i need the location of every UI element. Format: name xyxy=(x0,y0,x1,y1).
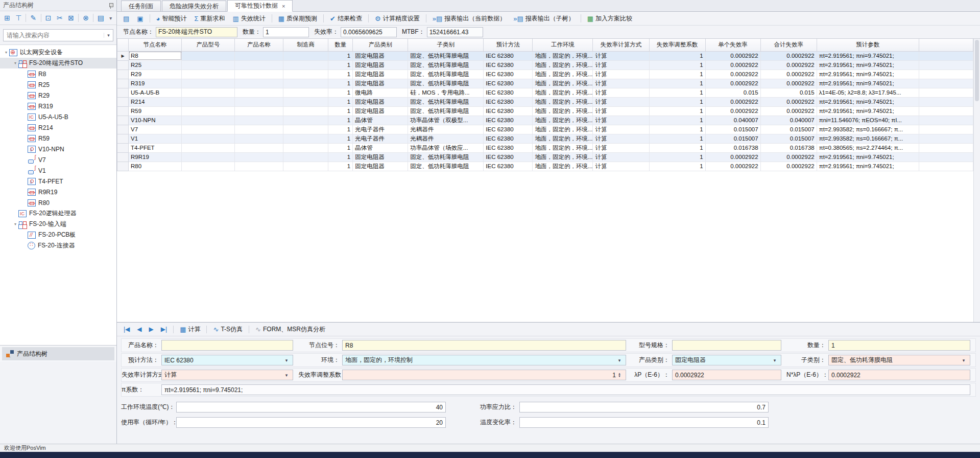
column-header[interactable]: 制造商 xyxy=(283,39,328,51)
table-cell[interactable]: 1 xyxy=(328,51,353,60)
table-cell[interactable]: πt=2.993582; πs=0.166667; π... xyxy=(817,134,919,143)
table-cell[interactable]: 固定电阻器 xyxy=(353,70,408,79)
precision-settings-button[interactable]: ⚙计算精度设置 xyxy=(372,13,423,24)
table-cell[interactable]: V7 xyxy=(129,125,182,134)
table-cell[interactable]: πt=2.993582; πs=0.166667; π... xyxy=(817,125,919,134)
table-cell[interactable]: 1 xyxy=(328,125,353,134)
cut-node-icon[interactable]: ✂ xyxy=(55,13,65,24)
tab-危险故障失效分析[interactable]: 危险故障失效分析 xyxy=(162,1,226,11)
dropdown-arrow-icon[interactable]: ▾ xyxy=(771,358,778,363)
table-cell[interactable]: 光耦器件 xyxy=(408,134,484,143)
table-cell[interactable]: 固定、低功耗薄膜电阻 xyxy=(408,60,484,70)
table-cell[interactable]: 1 xyxy=(328,143,353,152)
product-name-field[interactable] xyxy=(161,340,293,351)
predict-method-select[interactable]: IEC 62380▾ xyxy=(161,355,293,365)
table-cell[interactable]: πni=11.546076; πEOS=40; πI... xyxy=(817,116,919,125)
table-cell[interactable]: 计算 xyxy=(593,134,649,143)
table-cell[interactable] xyxy=(235,70,283,79)
column-header[interactable]: 预计方法 xyxy=(484,39,533,51)
table-cell[interactable]: 地面，固定的，环境... xyxy=(533,70,593,79)
table-cell[interactable]: R25 xyxy=(129,60,182,70)
table-cell[interactable]: 0.0002922 xyxy=(760,162,817,171)
table-cell[interactable]: 1 xyxy=(649,152,705,162)
table-cell[interactable] xyxy=(283,125,328,134)
table-row[interactable]: V71光电子器件光耦器件IEC 62380地面，固定的，环境...计算10.01… xyxy=(117,125,973,134)
table-cell[interactable]: 0.0002922 xyxy=(705,60,760,70)
table-cell[interactable] xyxy=(235,152,283,162)
table-cell[interactable]: πt=2.919561; πni=9.745021; xyxy=(817,97,919,106)
search-input[interactable] xyxy=(4,32,104,39)
table-cell[interactable]: IEC 62380 xyxy=(484,125,533,134)
tree-item-fs-20-连接器[interactable]: FS-20-连接器 xyxy=(0,240,116,251)
table-cell[interactable]: 计算 xyxy=(593,60,649,70)
report-output-current-button[interactable]: »▤报表输出（当前数据） xyxy=(429,13,509,24)
table-row[interactable]: V10-NPN1晶体管功率晶体管（双极型...IEC 62380地面，固定的，环… xyxy=(117,116,973,125)
table-cell[interactable]: R8 xyxy=(129,51,182,60)
table-cell[interactable]: 0.0002922 xyxy=(760,106,817,116)
dropdown-arrow-icon[interactable]: ▾ xyxy=(616,358,623,363)
table-cell[interactable]: 1 xyxy=(649,125,705,134)
table-row[interactable]: R251固定电阻器固定、低功耗薄膜电阻IEC 62380地面，固定的，环境...… xyxy=(117,60,973,70)
column-header[interactable] xyxy=(117,39,129,51)
table-cell[interactable]: 硅，MOS，专用电路... xyxy=(408,88,484,97)
table-cell[interactable]: 0.015 xyxy=(705,88,760,97)
table-row[interactable]: R9R191固定电阻器固定、低功耗薄膜电阻IEC 62380地面，固定的，环境.… xyxy=(117,152,973,162)
tree-item-v7[interactable]: V7 xyxy=(0,154,116,165)
table-cell[interactable]: 固定电阻器 xyxy=(353,60,408,70)
table-cell[interactable]: πt=0.380565; πs=2.274464; π... xyxy=(817,143,919,152)
table-cell[interactable]: 0.0002922 xyxy=(705,106,760,116)
table-cell[interactable] xyxy=(182,162,235,171)
table-cell[interactable]: 计算 xyxy=(593,162,649,171)
column-header[interactable]: 工作环境 xyxy=(533,39,593,51)
table-cell[interactable] xyxy=(235,88,283,97)
copy-node-icon[interactable]: ⊡ xyxy=(43,13,53,24)
add-scheme-compare-button[interactable]: ▦加入方案比较 xyxy=(584,13,635,24)
table-cell[interactable]: IEC 62380 xyxy=(484,134,533,143)
table-cell[interactable] xyxy=(182,97,235,106)
table-cell[interactable]: 0.0002922 xyxy=(705,70,760,79)
last-record-icon[interactable]: ▶| xyxy=(158,324,170,334)
table-cell[interactable]: V10-NPN xyxy=(129,116,182,125)
table-cell[interactable]: 固定电阻器 xyxy=(353,106,408,116)
column-header[interactable]: 产品类别 xyxy=(353,39,408,51)
report-output-subtree-button[interactable]: »▤报表输出（子树） xyxy=(510,13,578,24)
table-cell[interactable]: 0.0002922 xyxy=(760,51,817,60)
table-cell[interactable]: 1 xyxy=(649,88,705,97)
table-row[interactable]: V11光电子器件光耦器件IEC 62380地面，固定的，环境...计算10.01… xyxy=(117,134,973,143)
tree-item-r319[interactable]: R319 xyxy=(0,101,116,111)
table-cell[interactable]: 地面，固定的，环境... xyxy=(533,97,593,106)
tree-item-v1[interactable]: V1 xyxy=(0,165,116,176)
table-cell[interactable]: 0.0002922 xyxy=(760,60,817,70)
table-cell[interactable]: 计算 xyxy=(593,79,649,88)
table-cell[interactable]: IEC 62380 xyxy=(484,152,533,162)
model-spec-field[interactable] xyxy=(672,340,781,351)
table-cell[interactable]: R9R19 xyxy=(129,152,182,162)
result-check-button[interactable]: ✔结果检查 xyxy=(327,13,365,24)
calculate-button[interactable]: ▦计算 xyxy=(177,324,203,335)
table-cell[interactable]: IEC 62380 xyxy=(484,106,533,116)
delete-node-icon[interactable]: ⊗ xyxy=(81,13,91,24)
column-header[interactable]: 数量 xyxy=(328,39,353,51)
table-cell[interactable]: 1 xyxy=(649,134,705,143)
table-cell[interactable]: 0.0002922 xyxy=(760,152,817,162)
usage-rate-field[interactable]: 20 xyxy=(176,417,446,428)
table-cell[interactable]: 地面，固定的，环境... xyxy=(533,125,593,134)
table-cell[interactable]: 固定、低功耗薄膜电阻 xyxy=(408,70,484,79)
table-row[interactable]: T4-PFET1晶体管功率晶体管（场效应...IEC 62380地面，固定的，环… xyxy=(117,143,973,152)
table-cell[interactable]: 地面，固定的，环境... xyxy=(533,51,593,60)
table-cell[interactable]: 0.0002922 xyxy=(705,152,760,162)
table-cell[interactable] xyxy=(235,60,283,70)
table-row[interactable]: R3191固定电阻器固定、低功耗薄膜电阻IEC 62380地面，固定的，环境..… xyxy=(117,79,973,88)
expander-icon[interactable]: ▾ xyxy=(12,61,18,65)
table-cell[interactable]: IEC 62380 xyxy=(484,162,533,171)
table-cell[interactable]: 功率晶体管（场效应... xyxy=(408,143,484,152)
table-cell[interactable]: 计算 xyxy=(593,125,649,134)
table-cell[interactable]: IEC 62380 xyxy=(484,88,533,97)
table-cell[interactable]: U5-A-U5-B xyxy=(129,88,182,97)
table-cell[interactable]: 固定电阻器 xyxy=(353,162,408,171)
table-cell[interactable]: 1 xyxy=(649,60,705,70)
copy-icon[interactable]: ▤ xyxy=(120,13,132,24)
add-sibling-node-icon[interactable]: ⊞ xyxy=(2,13,12,24)
power-stress-ratio-field[interactable]: 0.7 xyxy=(519,402,769,413)
n-lambda-p-field[interactable]: 0.0002922 xyxy=(828,370,970,380)
